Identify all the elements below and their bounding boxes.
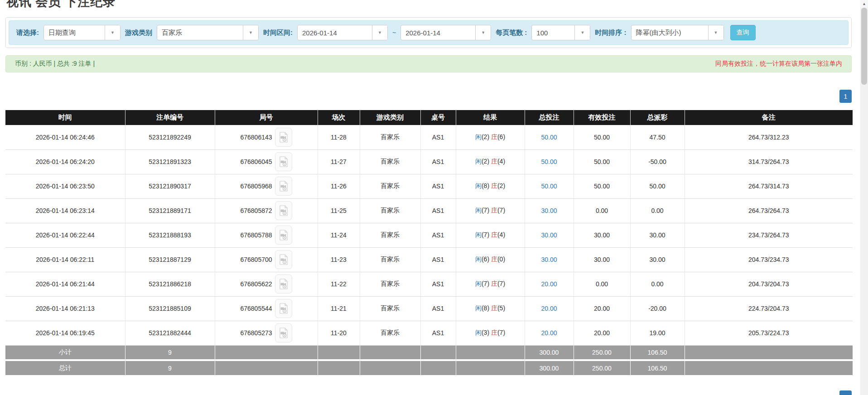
cell-time: 2026-01-14 06:24:46: [5, 125, 125, 149]
cell-result: 闲(8) 庄(2): [456, 174, 525, 198]
betting-records-page: 视讯 会员 下注纪录 请选择: 日期查询 ▼ 游戏类别 百家乐 ▼ 时间区间: …: [0, 0, 868, 395]
cell-total-bet[interactable]: 50.00: [525, 174, 574, 198]
total-bet-link[interactable]: 20.00: [541, 280, 557, 288]
video-replay-button[interactable]: [275, 299, 292, 318]
total-bet-link[interactable]: 50.00: [541, 183, 557, 190]
total-bet-link[interactable]: 20.00: [541, 329, 557, 337]
cell-bet-id: 523121889171: [125, 198, 215, 223]
summary-cell: [215, 345, 318, 360]
video-replay-button[interactable]: [275, 323, 292, 342]
total-bet-link[interactable]: 30.00: [541, 256, 557, 263]
cell-total-bet[interactable]: 30.00: [525, 223, 574, 247]
banker-result-label: 庄: [491, 133, 497, 140]
scrollbar-up-arrow-icon[interactable]: ▲: [860, 0, 868, 8]
query-type-value: 日期查询: [44, 25, 105, 40]
cell-valid-bet: 30.00: [574, 223, 630, 247]
round-id: 676806143: [240, 134, 272, 141]
video-replay-button[interactable]: [275, 250, 292, 269]
cell-round: 676806045: [215, 149, 318, 174]
cell-result: 闲(2) 庄(4): [456, 149, 525, 174]
chevron-down-icon[interactable]: ▼: [243, 25, 258, 40]
pagination-page-1-bottom[interactable]: 1: [839, 390, 852, 395]
video-replay-button[interactable]: [275, 128, 292, 147]
video-replay-button[interactable]: [275, 177, 292, 196]
date-to-select[interactable]: 2026-01-14 ▼: [400, 25, 491, 40]
cell-bet-id: 523121885109: [125, 296, 215, 321]
total-bet-link[interactable]: 20.00: [541, 305, 557, 312]
cell-game: 百家乐: [360, 149, 420, 174]
table-row: 2026-01-14 06:23:50523121890317676805968…: [5, 174, 853, 198]
cell-time: 2026-01-14 06:21:44: [5, 272, 125, 296]
search-button[interactable]: 查询: [730, 25, 756, 40]
video-replay-button[interactable]: [275, 275, 292, 294]
cell-total-bet[interactable]: 20.00: [525, 296, 574, 321]
video-replay-button[interactable]: [275, 226, 292, 245]
cell-total-bet[interactable]: 30.00: [525, 247, 574, 272]
cell-table: AS1: [420, 198, 456, 223]
cell-total-bet[interactable]: 50.00: [525, 125, 574, 149]
vertical-scrollbar[interactable]: ▲: [860, 0, 868, 395]
summary-cell: [456, 345, 525, 360]
cell-round: 676805872: [215, 198, 318, 223]
total-bet-link[interactable]: 30.00: [541, 231, 557, 239]
cell-total-bet[interactable]: 20.00: [525, 272, 574, 296]
video-replay-button[interactable]: [275, 152, 292, 171]
cell-total-bet[interactable]: 50.00: [525, 149, 574, 174]
cell-game: 百家乐: [360, 174, 420, 198]
result-text: 闲(6) 庄(0): [475, 255, 505, 263]
player-result-label: 闲: [475, 329, 482, 336]
pagination-page-1[interactable]: 1: [839, 90, 852, 103]
banker-result-label: 庄: [491, 231, 497, 238]
cell-payout: 0.00: [630, 198, 685, 223]
total-bet-link[interactable]: 30.00: [541, 207, 557, 214]
query-type-select[interactable]: 日期查询 ▼: [43, 25, 121, 40]
chevron-down-icon[interactable]: ▼: [105, 25, 120, 40]
page-size-label: 每页笔数 :: [496, 29, 527, 37]
cell-remark: 264.73/264.73: [685, 198, 853, 223]
cell-result: 闲(7) 庄(7): [456, 198, 525, 223]
cell-remark: 314.73/264.73: [685, 149, 853, 174]
page-size-select[interactable]: 100 ▼: [531, 25, 590, 40]
cell-game: 百家乐: [360, 223, 420, 247]
page-title: 视讯 会员 下注纪录: [6, 0, 116, 10]
video-replay-button[interactable]: [275, 201, 292, 220]
cell-table: AS1: [420, 223, 456, 247]
summary-cell: 9: [125, 360, 215, 375]
player-result-label: 闲: [475, 231, 482, 238]
cell-time: 2026-01-14 06:23:50: [5, 174, 125, 198]
cell-payout: 19.00: [630, 321, 685, 345]
player-result-label: 闲: [475, 255, 482, 263]
chevron-down-icon[interactable]: ▼: [708, 25, 723, 40]
date-from-select[interactable]: 2026-01-14 ▼: [297, 25, 388, 40]
cell-bet-id: 523121892249: [125, 125, 215, 149]
banker-result-label: 庄: [491, 182, 497, 189]
cell-total-bet[interactable]: 30.00: [525, 198, 574, 223]
table-header-row: 时间注单编号局号场次游戏类别桌号结果总投注有效投注总派彩备注: [5, 110, 853, 125]
time-sort-select[interactable]: 降幂(由大到小) ▼: [631, 25, 724, 40]
time-range-label: 时间区间:: [263, 29, 293, 37]
banker-result-label: 庄: [491, 304, 497, 312]
chevron-down-icon[interactable]: ▼: [574, 25, 590, 40]
total-bet-link[interactable]: 50.00: [541, 134, 557, 141]
cell-remark: 234.73/264.73: [685, 223, 853, 247]
banker-result-label: 庄: [491, 329, 497, 336]
banker-result-label: 庄: [491, 158, 497, 165]
cell-game: 百家乐: [360, 296, 420, 321]
chevron-down-icon[interactable]: ▼: [475, 25, 491, 40]
valid-bet-notice: 同局有效投注，统一计算在该局第一张注单内: [715, 60, 842, 68]
cell-table: AS1: [420, 174, 456, 198]
cell-valid-bet: 50.00: [574, 174, 630, 198]
cell-session: 11-22: [318, 272, 360, 296]
game-category-select[interactable]: 百家乐 ▼: [157, 25, 259, 40]
cell-remark: 204.73/204.73: [685, 272, 853, 296]
table-row: 2026-01-14 06:24:46523121892249676806143…: [5, 125, 853, 149]
chevron-down-icon[interactable]: ▼: [372, 25, 387, 40]
cell-game: 百家乐: [360, 247, 420, 272]
cell-payout: 30.00: [630, 247, 685, 272]
cell-session: 11-26: [318, 174, 360, 198]
cell-payout: -50.00: [630, 149, 685, 174]
cell-table: AS1: [420, 296, 456, 321]
total-bet-link[interactable]: 50.00: [541, 158, 557, 165]
cell-total-bet[interactable]: 20.00: [525, 321, 574, 345]
scrollbar-thumb[interactable]: [861, 8, 867, 85]
